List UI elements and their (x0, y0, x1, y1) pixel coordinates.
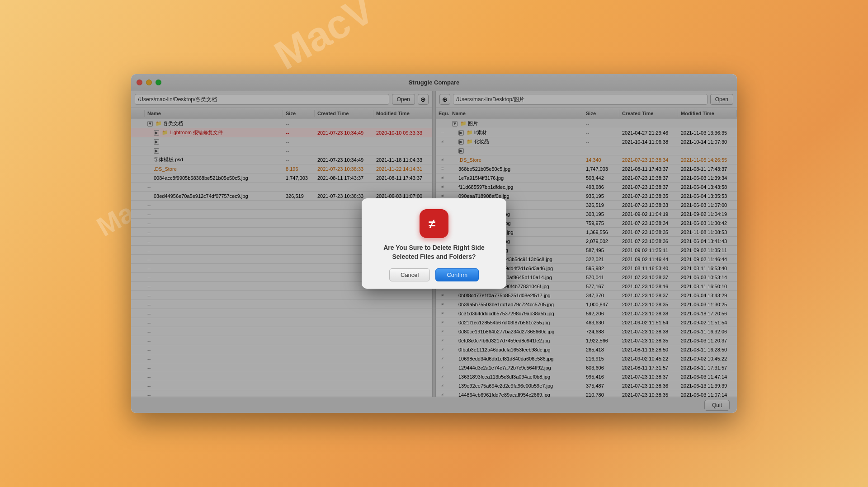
cancel-button[interactable]: Cancel (389, 268, 430, 281)
watermark-1: MacV (267, 0, 382, 79)
dialog-title: Are You Sure to Delete Right SideSelecte… (383, 244, 485, 261)
dialog-overlay: ≠ Are You Sure to Delete Right SideSelec… (131, 74, 737, 413)
dialog: ≠ Are You Sure to Delete Right SideSelec… (362, 198, 506, 289)
dialog-buttons: Cancel Confirm (389, 268, 479, 281)
confirm-button[interactable]: Confirm (435, 268, 479, 281)
app-icon-svg: ≠ (425, 215, 443, 233)
svg-text:≠: ≠ (429, 217, 435, 231)
main-window: Struggle Compare Open ⊕ Name Size Create… (131, 74, 737, 413)
dialog-app-icon: ≠ (420, 209, 448, 238)
